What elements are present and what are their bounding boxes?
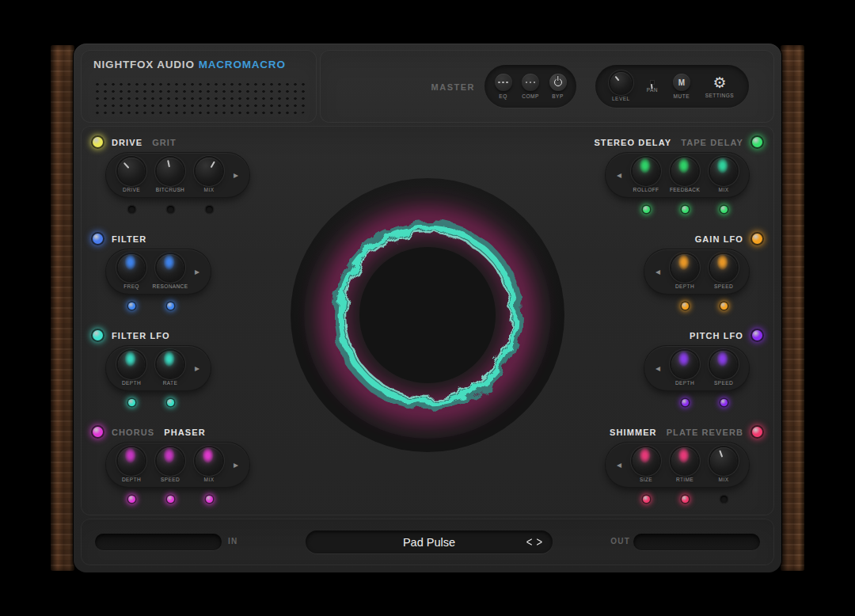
- preset-prev-button[interactable]: <: [526, 535, 533, 548]
- module-tab-plate-reverb[interactable]: PLATE REVERB: [667, 428, 743, 437]
- gain-lfo-speed-knob[interactable]: [710, 254, 737, 281]
- module-tab-filter-lfo[interactable]: FILTER LFO: [112, 331, 170, 340]
- dots-icon: [526, 82, 536, 84]
- gear-icon[interactable]: ⚙: [712, 75, 726, 90]
- shimmer-mix-knob[interactable]: [710, 447, 737, 474]
- filter-freq-knob[interactable]: [118, 254, 145, 281]
- pan-control: PAN: [647, 80, 658, 93]
- pitch-lfo-power-led[interactable]: [752, 330, 762, 340]
- phaser-expand-right-arrow[interactable]: ▸: [232, 459, 240, 470]
- filter-lfo-expand-right-arrow[interactable]: ▸: [193, 363, 201, 374]
- drive-mix-knob[interactable]: [196, 158, 222, 184]
- knob-label: SPEED: [714, 380, 733, 386]
- pitch-lfo-expand-left-arrow[interactable]: ◂: [654, 363, 662, 374]
- wood-rail-right: [781, 45, 804, 571]
- knob-label: RTIME: [676, 477, 694, 482]
- preset-selector[interactable]: Pad Pulse < >: [306, 530, 553, 553]
- stereo-delay-power-led[interactable]: [752, 137, 762, 147]
- status-led: [128, 399, 135, 406]
- master-section: MASTER EQ COMP BYP LEVEL: [320, 50, 774, 123]
- module-phaser: CHORUSPHASERDEPTHSPEEDMIX▸: [89, 426, 249, 503]
- module-tab-chorus[interactable]: CHORUS: [112, 428, 154, 437]
- gain-lfo-power-led[interactable]: [752, 234, 762, 244]
- knob-label: DEPTH: [122, 380, 141, 386]
- mute-button[interactable]: M: [673, 74, 690, 91]
- drive-expand-right-arrow[interactable]: ▸: [232, 169, 240, 181]
- filter-lfo-rate-knob[interactable]: [157, 351, 184, 378]
- drive-drive-knob[interactable]: [118, 158, 145, 184]
- comp-button[interactable]: COMP: [522, 74, 539, 99]
- module-tab-stereo-delay[interactable]: STEREO DELAY: [594, 138, 671, 147]
- knob-label: DEPTH: [675, 380, 694, 386]
- module-tab-pitch-lfo[interactable]: PITCH LFO: [690, 331, 743, 340]
- knob-label: RESONANCE: [153, 283, 188, 289]
- module-tab-grit[interactable]: GRIT: [152, 138, 177, 147]
- pan-tick-ring: [650, 80, 655, 85]
- status-led: [128, 302, 135, 310]
- filter-power-led[interactable]: [93, 234, 103, 244]
- stereo-delay-mix-knob[interactable]: [710, 158, 737, 184]
- module-tab-tape-delay[interactable]: TAPE DELAY: [681, 138, 743, 147]
- knob-label: SPEED: [714, 283, 733, 289]
- filter-resonance-knob[interactable]: [157, 254, 184, 281]
- brand-title: NIGHTFOX AUDIOMACROMACRO: [93, 59, 286, 70]
- status-led: [682, 206, 689, 213]
- module-shimmer: SHIMMERPLATE REVERB◂SIZERTIMEMIX: [606, 426, 766, 503]
- macro-visualizer[interactable]: [289, 177, 566, 454]
- filter-lfo-power-led[interactable]: [93, 330, 103, 340]
- module-gain-lfo: GAIN LFO◂DEPTHSPEED: [644, 233, 766, 310]
- level-knob[interactable]: [610, 72, 632, 93]
- settings-label: SETTINGS: [705, 93, 735, 98]
- filter-lfo-depth-knob[interactable]: [118, 351, 145, 378]
- input-meter: [95, 534, 222, 550]
- knob-label: RATE: [163, 380, 177, 386]
- preset-next-button[interactable]: >: [536, 535, 542, 548]
- knob-label: MIX: [204, 187, 215, 192]
- mute-glyph: M: [678, 78, 685, 87]
- comp-label: COMP: [522, 93, 539, 99]
- phaser-depth-knob[interactable]: [118, 447, 145, 474]
- shimmer-size-knob[interactable]: [633, 447, 659, 474]
- stereo-delay-rolloff-knob[interactable]: [633, 158, 659, 184]
- bypass-label: BYP: [552, 93, 564, 99]
- module-tab-gain-lfo[interactable]: GAIN LFO: [695, 234, 743, 244]
- module-pitch-lfo: PITCH LFO◂DEPTHSPEED: [644, 329, 766, 406]
- shimmer-expand-left-arrow[interactable]: ◂: [615, 459, 623, 470]
- module-stereo-delay: STEREO DELAYTAPE DELAY◂ROLLOFFFEEDBACKMI…: [594, 136, 766, 213]
- brand-name: NIGHTFOX AUDIO: [93, 59, 195, 70]
- speaker-grille: [92, 79, 306, 114]
- module-filter: FILTERFREQRESONANCE▸: [89, 233, 211, 310]
- stereo-delay-feedback-knob[interactable]: [671, 158, 698, 184]
- master-toggle-group: EQ COMP BYP: [484, 65, 576, 108]
- gain-lfo-depth-knob[interactable]: [671, 254, 698, 281]
- pitch-lfo-depth-knob[interactable]: [671, 351, 698, 378]
- stereo-delay-expand-left-arrow[interactable]: ◂: [615, 169, 623, 181]
- knob-label: DEPTH: [675, 283, 694, 289]
- drive-bitcrush-knob[interactable]: [157, 158, 184, 184]
- output-label: OUT: [600, 537, 630, 546]
- module-tab-drive[interactable]: DRIVE: [112, 138, 142, 147]
- shimmer-power-led[interactable]: [752, 427, 762, 437]
- module-tab-shimmer[interactable]: SHIMMER: [610, 428, 657, 437]
- phaser-mix-knob[interactable]: [196, 447, 222, 474]
- knob-label: ROLLOFF: [633, 187, 659, 192]
- bypass-button[interactable]: BYP: [549, 74, 567, 99]
- preset-nav: < >: [526, 537, 542, 547]
- filter-expand-right-arrow[interactable]: ▸: [193, 266, 201, 277]
- phaser-speed-knob[interactable]: [157, 447, 184, 474]
- knob-label: DEPTH: [122, 477, 141, 482]
- phaser-power-led[interactable]: [93, 427, 103, 437]
- module-tab-phaser[interactable]: PHASER: [164, 428, 205, 437]
- input-label: IN: [228, 537, 238, 546]
- eq-button[interactable]: EQ: [495, 74, 512, 99]
- status-led: [128, 206, 135, 213]
- knob-label: DRIVE: [123, 187, 140, 192]
- level-label: LEVEL: [612, 96, 630, 101]
- drive-power-led[interactable]: [93, 137, 103, 147]
- gain-lfo-expand-left-arrow[interactable]: ◂: [654, 266, 662, 277]
- module-tab-filter[interactable]: FILTER: [112, 234, 146, 244]
- pitch-lfo-speed-knob[interactable]: [710, 351, 737, 378]
- brand-section: NIGHTFOX AUDIOMACROMACRO: [81, 50, 317, 123]
- shimmer-rtime-knob[interactable]: [671, 447, 698, 474]
- status-led: [128, 496, 135, 503]
